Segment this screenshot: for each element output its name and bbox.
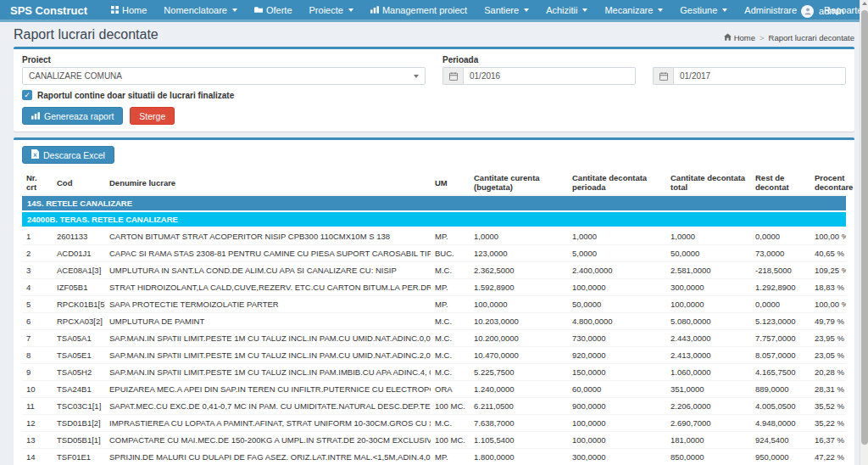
table-cell: SAPA PROTECTIE TERMOIZOLATIE PARTER <box>105 296 431 313</box>
table-cell: M.C. <box>431 415 470 432</box>
table-cell: TSA05E1 <box>53 347 105 364</box>
section-label: 24000B. TERAS. RETELE CANALIZARE <box>22 211 846 227</box>
table-cell: EPUIZAREA MEC.A APEI DIN SAP.IN TEREN CU… <box>105 381 431 398</box>
table-cell: 73,0000 <box>751 245 810 262</box>
table-cell: MP. <box>431 296 470 313</box>
nav-item-proiecte[interactable]: Proiecte <box>301 0 362 20</box>
table-cell: ACE08A1[3] <box>53 262 105 279</box>
nav-item-nomenclatoare[interactable]: Nomenclatoare <box>155 0 246 20</box>
table-cell: 10.470,0000 <box>470 347 568 364</box>
table-row: 4IZF05B1STRAT HIDROIZOLANT,LA CALD,CUVE,… <box>22 279 846 296</box>
table-row: 6RPCXA03[2]UMPLUTURA DE PAMINTM.C.10.203… <box>22 313 846 330</box>
table-cell: SPRIJIN.DE MALURI CU DULAPI DE FAG ASEZ.… <box>105 449 431 465</box>
table-cell: 950,0000 <box>751 449 810 465</box>
nav-label: Gestiune <box>680 5 717 15</box>
table-cell: SAP.MAN.IN SPATII LIMIT.PESTE 1M CU TALU… <box>105 347 431 364</box>
table-cell: 20,28 % <box>810 364 846 381</box>
column-header-um: UM <box>431 171 470 195</box>
chevron-down-icon <box>232 8 237 12</box>
table-cell: 11 <box>22 398 53 415</box>
scrollbar-thumb[interactable] <box>861 10 868 445</box>
filter-box: Proiect CANALIZARE COMUNA Perioada ✓ Rap <box>14 47 854 132</box>
nav-label: Santiere <box>484 5 519 15</box>
top-navbar: SPS Construct Home Nomenclatoare Oferte … <box>0 0 868 22</box>
table-cell: TSD01B1[2] <box>53 415 105 432</box>
table-cell: 7.638,7000 <box>470 415 568 432</box>
table-cell: 2 <box>22 245 53 262</box>
project-select[interactable]: CANALIZARE COMUNA <box>22 67 426 85</box>
section-row: 24000B. TERAS. RETELE CANALIZARE <box>22 211 846 227</box>
table-cell: M.C. <box>431 262 470 279</box>
table-row: 12TSD01B1[2]IMPRASTIEREA CU LOPATA A PAM… <box>22 415 846 432</box>
table-cell: 23,95 % <box>810 330 846 347</box>
table-cell: STRAT HIDROIZOLANT,LA CALD,CUVE,REZERV. … <box>105 279 431 296</box>
download-excel-label: Descarca Excel <box>43 150 105 160</box>
nav-label: Administrare <box>744 5 797 15</box>
table-cell: 100,0000 <box>568 279 666 296</box>
table-row: 13TSD05B1[1]COMPACTARE CU MAI.MEC.DE 150… <box>22 432 846 449</box>
breadcrumb-home-link[interactable]: Home <box>724 33 755 42</box>
home-icon <box>724 33 732 42</box>
period-from-input[interactable] <box>463 67 636 85</box>
app-brand[interactable]: SPS Construct <box>0 0 103 20</box>
report-table: Nr. crt Cod Denumire lucrare UM Cantitat… <box>22 171 846 465</box>
nav-item-home[interactable]: Home <box>103 0 155 20</box>
generate-report-label: Genereaza raport <box>44 111 114 121</box>
column-header-denumire: Denumire lucrare <box>105 171 431 195</box>
nav-item-gestiune[interactable]: Gestiune <box>671 0 736 20</box>
username: admin <box>819 6 844 16</box>
table-cell: 14 <box>22 449 53 465</box>
table-cell: 4.948,0000 <box>751 415 810 432</box>
period-label: Perioada <box>442 55 846 64</box>
table-cell: 5,0000 <box>568 245 666 262</box>
column-header-cod: Cod <box>53 171 105 195</box>
nav-item-santiere[interactable]: Santiere <box>476 0 537 20</box>
table-cell: 35,22 % <box>810 415 846 432</box>
table-cell: 3 <box>22 262 53 279</box>
nav-item-oferte[interactable]: Oferte <box>246 0 301 20</box>
table-cell: 5.080,0000 <box>666 313 751 330</box>
period-from-group <box>442 67 636 85</box>
breadcrumb-separator: > <box>760 33 765 42</box>
table-cell: TSA24B1 <box>53 381 105 398</box>
table-cell: 5.225,7500 <box>470 364 568 381</box>
table-cell: 8 <box>22 347 53 364</box>
column-header-nr-crt: Nr. crt <box>22 171 53 195</box>
finalized-checkbox-label: Raportul contine doar situatii de lucrar… <box>37 91 234 100</box>
report-table-body: 14S. RETELE CANALIZARE24000B. TERAS. RET… <box>22 195 846 465</box>
finalized-checkbox[interactable]: ✓ <box>22 90 32 100</box>
table-cell: 181,0000 <box>666 432 751 449</box>
table-cell: 16,37 % <box>810 432 846 449</box>
table-cell: 5.123,0000 <box>751 313 810 330</box>
table-cell: 8.057,0000 <box>751 347 810 364</box>
nav-item-mecanizare[interactable]: Mecanizare <box>596 0 671 20</box>
section-row: 14S. RETELE CANALIZARE <box>22 195 846 211</box>
period-to-input[interactable] <box>673 67 846 85</box>
nav-item-achizitii[interactable]: Achizitii <box>537 0 596 20</box>
table-cell: TSC03C1[1] <box>53 398 105 415</box>
table-row: 11TSC03C1[1]SAPAT.MEC.CU EXC.DE 0,41-0,7… <box>22 398 846 415</box>
column-header-rest: Rest de decontat <box>751 171 810 195</box>
table-cell: 28,31 % <box>810 381 846 398</box>
scroll-up-arrow-icon[interactable] <box>862 2 867 5</box>
table-cell: 100,0000 <box>666 296 751 313</box>
vertical-scrollbar[interactable] <box>860 0 868 465</box>
user-menu[interactable]: admin <box>801 0 844 22</box>
table-cell: 351,0000 <box>666 381 751 398</box>
bar-chart-icon <box>31 111 40 121</box>
nav-item-management-proiect[interactable]: Management proiect <box>362 0 476 20</box>
select-caret-icon <box>414 75 419 78</box>
table-row: 3ACE08A1[3]UMPLUTURA IN SANT.LA COND.DE … <box>22 262 846 279</box>
nav-label: Nomenclatoare <box>164 5 227 15</box>
table-cell: 1,0000 <box>568 227 666 245</box>
table-cell: 2601133 <box>53 227 105 245</box>
table-cell: 50,0000 <box>666 245 751 262</box>
generate-report-button[interactable]: Genereaza raport <box>22 107 123 125</box>
delete-button[interactable]: Sterge <box>130 107 175 125</box>
table-cell: 889,0000 <box>751 381 810 398</box>
table-cell: M.C. <box>431 313 470 330</box>
download-excel-button[interactable]: Descarca Excel <box>22 146 114 164</box>
table-cell: TSF01E1 <box>53 449 105 465</box>
nav-label: Proiecte <box>309 5 343 15</box>
calendar-icon <box>442 67 463 85</box>
